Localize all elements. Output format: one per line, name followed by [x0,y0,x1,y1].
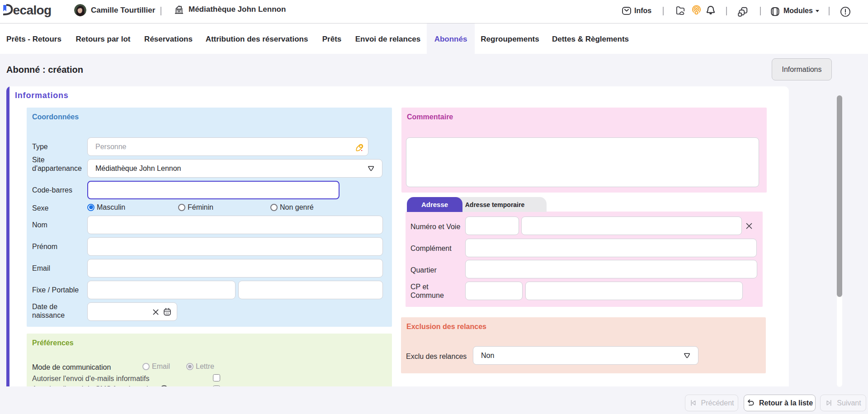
phone-fixe-input[interactable] [87,281,236,299]
phone-portable-input[interactable] [238,281,383,299]
quartier-input[interactable] [465,260,757,278]
nom-label: Nom [32,221,47,229]
barcode-label: Code-barres [32,186,72,194]
calendar-icon[interactable] [163,307,172,316]
email-input[interactable] [87,259,383,278]
header-separator [829,7,830,15]
voie-input[interactable] [521,216,742,235]
dob-label: Date de naissance [32,302,82,320]
logo-bookmark-icon [3,5,6,11]
header-separator [663,7,664,15]
library-building-icon [174,4,184,15]
radio-disabled-selected-icon[interactable] [186,363,193,370]
avatar [74,4,86,16]
nav-prets-retours[interactable]: Prêts - Retours [0,24,68,55]
exclu-relances-select[interactable]: Non [473,346,698,365]
sexe-radio-masculin[interactable]: Masculin [87,203,125,212]
panel-adresse: Numéro et Voie Complément Quartier CP et… [406,212,763,307]
panel-exclusion: Exclusion des relances Exclu des relance… [401,317,766,373]
site-name: Médiathèque John Lennon [189,5,286,14]
user-name: Camille Tourtillier [91,6,155,15]
radio-on-icon[interactable] [87,204,94,211]
infos-label[interactable]: Infos [634,7,651,15]
mode-radio-email[interactable]: Email [142,362,170,371]
type-input[interactable] [87,137,368,156]
next-button[interactable]: Suivant [820,395,866,411]
radio-off-icon[interactable] [270,204,278,211]
header-separator [760,7,761,15]
nav-dettes-reglements[interactable]: Dettes & Règlements [545,24,636,55]
cp-input[interactable] [465,282,523,300]
chevron-down-icon [368,166,374,171]
site-label: Site d'appartenance [32,155,83,173]
folder-cloud-icon[interactable] [675,5,686,16]
previous-button[interactable]: Précédent [685,395,738,411]
back-to-list-button[interactable]: Retour à la liste [744,395,816,411]
skip-next-icon [825,399,833,407]
mail-icon[interactable] [622,6,632,16]
prenom-input[interactable] [87,237,383,256]
site-select[interactable]: Médiathèque John Lennon [87,159,382,178]
top-bar: ecalog Camille Tourtillier Médiathèque J… [0,0,868,24]
radio-off-icon[interactable] [178,204,185,211]
type-label: Type [32,142,48,151]
integrations-icon[interactable] [737,6,749,18]
dob-input[interactable] [87,302,177,321]
scrollbar-thumb[interactable] [837,95,842,297]
bell-icon[interactable] [705,5,716,16]
main-nav: Prêts - Retours Retours par lot Réservat… [0,24,868,54]
modules-icon[interactable] [769,6,781,17]
barcode-input[interactable] [87,181,340,199]
mode-radio-lettre[interactable]: Lettre [186,362,214,371]
nav-reservations[interactable]: Réservations [138,24,198,55]
complement-input[interactable] [465,239,757,257]
exclu-relances-label: Exclu des relances [406,352,467,361]
preferences-title: Préférences [32,339,74,347]
emails-info-checkbox[interactable] [213,374,220,381]
site-chip[interactable]: Médiathèque John Lennon [174,4,286,15]
radio-disabled-icon[interactable] [142,363,150,370]
prenom-label: Prénom [32,242,57,251]
panel-coordonnees: Coordonnées Type Site d'appartenance Méd… [27,108,392,327]
skip-previous-icon [689,399,697,407]
modules-label[interactable]: Modules [783,7,813,15]
quartier-label: Quartier [410,266,437,274]
emails-info-label: Autoriser l'envoi d'e-mails informatifs [32,374,150,383]
complement-label: Complément [410,244,452,253]
phone-label: Fixe / Portable [32,286,79,294]
nav-envoi-relances[interactable]: Envoi de relances [349,24,427,55]
tab-adresse[interactable]: Adresse [407,197,462,212]
info-circle-icon [160,385,169,386]
clear-icon[interactable] [153,309,159,315]
sexe-radio-non-genre[interactable]: Non genré [270,203,314,212]
chevron-down-icon [684,353,690,358]
modules-caret-icon [816,10,819,12]
nom-input[interactable] [87,216,383,234]
sexe-radio-feminin[interactable]: Féminin [178,203,213,212]
decalog-logo[interactable]: ecalog [0,0,59,22]
panel-commentaire: Commentaire [401,108,767,193]
commune-input[interactable] [525,282,743,300]
nav-attribution[interactable]: Attribution des réservations [198,24,315,55]
nav-prets[interactable]: Prêts [315,24,349,55]
exclusion-title: Exclusion des relances [406,323,486,331]
assist-podcast-icon[interactable] [691,5,702,15]
edit-pencil-icon[interactable] [354,142,364,152]
nav-retours-par-lot[interactable]: Retours par lot [68,24,138,55]
scrollbar-track[interactable] [837,95,842,387]
commentaire-textarea[interactable] [406,137,759,187]
commentaire-title: Commentaire [407,113,453,121]
sms-checkbox[interactable] [213,386,220,386]
address-clear-icon[interactable] [745,222,753,230]
nav-regroupements[interactable]: Regroupements [475,24,545,55]
panel-preferences: Préférences Mode de communication Email … [27,334,392,386]
nav-abonnes[interactable]: Abonnés [427,24,475,55]
informations-button[interactable]: Informations [772,58,832,80]
card-accent-bar [6,86,9,386]
sms-label: Autoriser l'envoi de SMS fonctionnels [32,385,152,386]
alert-info-icon[interactable] [840,6,851,18]
email-label: Email [32,264,50,273]
numero-voie-label: Numéro et Voie [410,222,460,231]
numero-input[interactable] [465,216,519,235]
user-chip[interactable]: Camille Tourtillier [74,4,155,16]
